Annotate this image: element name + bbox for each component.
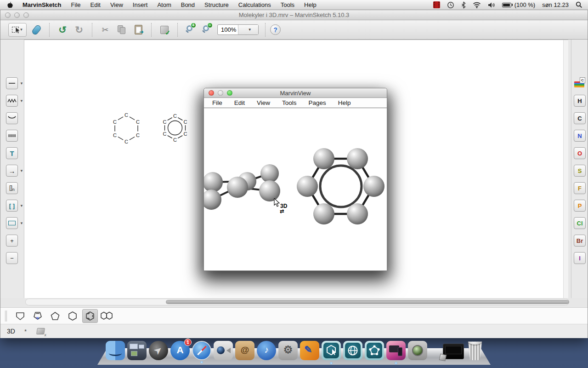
dock-marvinsketch-icon[interactable] xyxy=(322,341,341,360)
dock-trash-icon[interactable] xyxy=(466,341,484,360)
carbon-atom-sphere[interactable] xyxy=(313,203,334,224)
chevron-down-icon[interactable]: ▼ xyxy=(20,169,23,173)
menu-tools[interactable]: Tools xyxy=(281,1,294,8)
toolbar-drag-handle[interactable] xyxy=(5,310,7,322)
carbon-atom-sphere[interactable] xyxy=(260,164,279,183)
element-button-h[interactable]: H xyxy=(574,95,586,107)
carbon-atom-sphere[interactable] xyxy=(227,177,248,198)
element-button-i[interactable]: I xyxy=(574,252,586,264)
cyclohexane-2d-structure[interactable]: C C C C C C xyxy=(107,109,146,148)
apple-menu-icon[interactable] xyxy=(6,1,13,9)
eraser-tool-button[interactable] xyxy=(29,23,43,37)
element-button-br[interactable]: Br xyxy=(574,235,586,247)
reaction-arrow-tool-button[interactable]: → xyxy=(6,165,18,177)
zoom-in-button[interactable]: + xyxy=(184,23,198,37)
undo-button[interactable]: ↺ xyxy=(56,23,69,37)
template-naphthalene-button[interactable] xyxy=(100,309,115,323)
mv-menu-help[interactable]: Help xyxy=(338,99,351,106)
marvinview-window[interactable]: MarvinView File Edit View Tools Pages He… xyxy=(204,88,387,271)
sketch-canvas[interactable]: C C C C C C C C C C C C xyxy=(24,40,568,298)
dock-screen-mirroring-icon[interactable] xyxy=(386,341,406,360)
menu-calculations[interactable]: Calculations xyxy=(238,1,271,8)
screen-recorder-icon[interactable] xyxy=(433,1,440,8)
element-button-s[interactable]: S xyxy=(574,165,586,177)
template-pyrrole-button[interactable]: N xyxy=(30,309,45,323)
menu-edit[interactable]: Edit xyxy=(90,1,101,8)
spotlight-search-icon[interactable] xyxy=(576,1,582,8)
template-cyclohexane-button[interactable] xyxy=(65,309,80,323)
element-button-o[interactable]: O xyxy=(574,147,586,159)
time-machine-icon[interactable] xyxy=(447,1,454,9)
arc-tool-button[interactable] xyxy=(6,112,18,124)
menubar-clock[interactable]: søn 12.23 xyxy=(542,1,569,8)
zoom-level-select[interactable]: 100% ▼ xyxy=(217,24,259,35)
marvinview-titlebar[interactable]: MarvinView xyxy=(204,88,387,98)
copy-button[interactable] xyxy=(115,23,129,37)
zoom-out-button[interactable]: − xyxy=(200,23,214,37)
wifi-icon[interactable] xyxy=(473,2,481,8)
decrease-charge-button[interactable]: − xyxy=(6,252,18,264)
dock-safari-icon[interactable] xyxy=(192,341,211,360)
multiple-bond-tool-button[interactable] xyxy=(6,130,18,142)
dock-finder-icon[interactable] xyxy=(106,341,125,360)
cut-button[interactable]: ✂ xyxy=(98,23,112,37)
repeating-group-tool-button[interactable]: []n xyxy=(6,182,18,194)
template-cyclopentane-down-button[interactable] xyxy=(12,309,28,323)
mv-menu-edit[interactable]: Edit xyxy=(234,99,245,106)
carbon-atom-sphere[interactable] xyxy=(297,176,318,197)
text-tool-button[interactable]: T xyxy=(6,147,18,159)
menu-atom[interactable]: Atom xyxy=(157,1,171,8)
menu-file[interactable]: File xyxy=(71,1,81,8)
element-button-c[interactable]: C xyxy=(574,112,586,124)
dock-marvinspace-icon[interactable] xyxy=(343,341,362,360)
mv-menu-tools[interactable]: Tools xyxy=(282,99,297,106)
menu-bond[interactable]: Bond xyxy=(181,1,195,8)
template-cyclopentane-button[interactable] xyxy=(47,309,63,323)
element-button-f[interactable]: F xyxy=(574,182,586,194)
chevron-down-icon[interactable]: ▼ xyxy=(20,81,23,86)
mv-menu-pages[interactable]: Pages xyxy=(309,99,326,106)
clean-3d-icon[interactable]: x xyxy=(36,328,45,334)
single-bond-tool-button[interactable] xyxy=(6,77,18,89)
dock-marvinview-icon[interactable] xyxy=(365,341,384,360)
rectangle-select-tool-button[interactable] xyxy=(6,217,18,229)
menubar-app-name[interactable]: MarvinSketch xyxy=(23,1,62,8)
battery-indicator[interactable]: (100 %) xyxy=(502,1,536,8)
dock-minimized-window[interactable] xyxy=(443,344,464,359)
paste-button[interactable]: ➜ xyxy=(131,23,145,37)
benzene-2d-structure[interactable]: C C C C C C xyxy=(159,110,191,147)
horizontal-scrollbar[interactable] xyxy=(25,299,569,305)
menu-help[interactable]: Help xyxy=(304,1,317,8)
redo-button[interactable]: ↻ xyxy=(72,23,86,37)
mv-menu-file[interactable]: File xyxy=(212,99,222,106)
chevron-down-icon[interactable]: ▼ xyxy=(20,204,23,208)
dock-itunes-icon[interactable]: ♪ xyxy=(257,341,276,360)
periodic-table-button[interactable]: C xyxy=(574,77,585,88)
dock-facetime-icon[interactable] xyxy=(214,341,233,360)
element-button-cl[interactable]: Cl xyxy=(574,217,586,229)
marvinview-viewport[interactable]: 3D ⇄ xyxy=(204,108,387,270)
menu-structure[interactable]: Structure xyxy=(204,1,229,8)
increase-charge-button[interactable]: + xyxy=(6,235,18,247)
bluetooth-icon[interactable] xyxy=(461,1,466,9)
dock-launchpad-icon[interactable]: ➤ xyxy=(149,341,168,360)
menu-insert[interactable]: Insert xyxy=(133,1,148,8)
vertical-scrollbar[interactable] xyxy=(563,40,568,298)
dock-screen-capture-icon[interactable] xyxy=(408,341,427,360)
template-benzene-button[interactable] xyxy=(82,309,98,323)
chevron-down-icon[interactable]: ▼ xyxy=(20,221,23,225)
chevron-down-icon[interactable]: ▼ xyxy=(20,99,23,103)
carbon-atom-sphere[interactable] xyxy=(313,148,334,169)
selection-tool-button[interactable]: ▼ xyxy=(8,23,27,37)
carbon-atom-sphere[interactable] xyxy=(347,203,368,224)
element-button-n[interactable]: N xyxy=(574,130,586,142)
horizontal-scrollbar-thumb[interactable] xyxy=(166,300,569,304)
structure-check-button[interactable]: ✓ xyxy=(158,23,171,37)
dock-app-store-icon[interactable]: A 1 xyxy=(170,341,190,360)
dock-contacts-icon[interactable]: @ xyxy=(235,341,254,360)
window-titlebar[interactable]: Molekyler i 3D.mrv – MarvinSketch 5.10.3 xyxy=(0,10,588,20)
dock-document-editor-icon[interactable]: ✎ xyxy=(300,341,319,360)
mv-menu-view[interactable]: View xyxy=(257,99,270,106)
help-button[interactable]: ? xyxy=(270,24,281,35)
chain-tool-button[interactable] xyxy=(6,95,18,107)
